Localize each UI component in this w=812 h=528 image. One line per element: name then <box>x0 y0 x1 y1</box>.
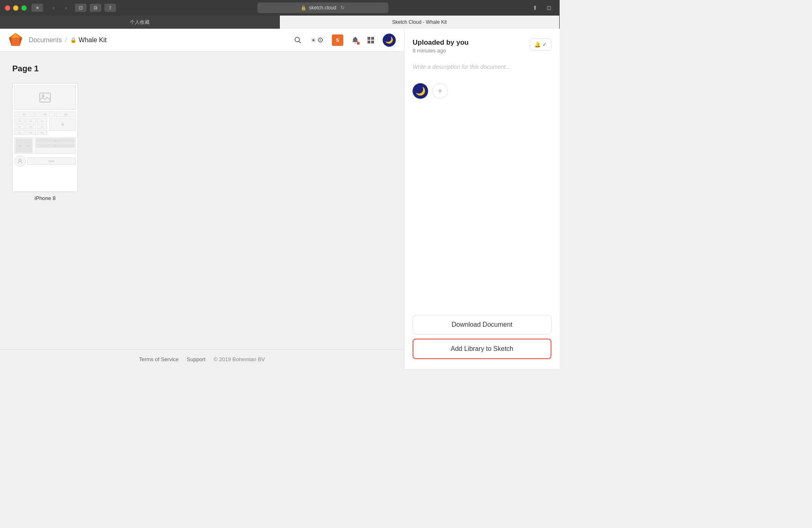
support-link[interactable]: Support <box>187 356 206 362</box>
svg-rect-8 <box>371 37 374 40</box>
settings-button[interactable]: ⚙ <box>310 36 324 45</box>
tab-bar: 个人收藏 Sketch Cloud - Whale Kit <box>0 16 560 29</box>
sidebar-spacer <box>413 105 551 315</box>
footer: Terms of Service Support © 2019 Bohemian… <box>0 349 404 369</box>
window-icon[interactable]: ⊡ <box>75 4 86 12</box>
breadcrumb-parent[interactable]: Documents <box>29 36 62 44</box>
lock-icon: 🔒 <box>301 5 306 11</box>
app-icon: S <box>332 34 343 46</box>
svg-marker-2 <box>9 38 11 46</box>
sidebar-toggle[interactable]: ⊡ <box>543 4 555 12</box>
list-item: 1.1 <box>36 139 75 143</box>
notification-button[interactable] <box>352 36 359 44</box>
breadcrumb-current: 🔒 Whale Kit <box>70 36 107 44</box>
uploaded-by: Uploaded by you <box>413 39 469 47</box>
svg-rect-10 <box>371 41 374 43</box>
svg-point-13 <box>19 159 21 162</box>
thumb-avatar <box>14 155 26 167</box>
fullscreen-button[interactable] <box>21 5 27 11</box>
artboard-container[interactable]: 1.1 1.2 1.3 1.1 1.2 1.3 2.1 2.2 2.3 <box>12 83 78 201</box>
collaborators: 🌙 + <box>413 83 551 99</box>
thumb-grid: 1.1 1.2 1.3 2.1 2.2 2.3 3.1 3.2 3.3 <box>14 118 47 135</box>
share-icon[interactable]: ⇧ <box>104 4 116 12</box>
close-button[interactable] <box>5 5 10 11</box>
copyright-text: © 2019 Bohemian BV <box>214 356 265 362</box>
reload-icon[interactable]: ↻ <box>340 5 345 11</box>
svg-marker-3 <box>20 38 22 46</box>
thumb-cell: 1.1 <box>14 112 34 117</box>
thumb-row-2: 1.1 1.2 1.3 2.1 2.2 2.3 3.1 3.2 3.3 ⊡ <box>14 118 76 136</box>
grid-cell: 3.1 <box>14 130 25 135</box>
main-wrapper: Documents / 🔒 Whale Kit <box>0 29 560 369</box>
grid-cell: 1.2 <box>25 118 36 123</box>
breadcrumb-separator: / <box>65 37 67 43</box>
page-title: Page 1 <box>12 64 392 73</box>
upload-info: Uploaded by you 8 minutes ago <box>413 39 469 54</box>
back-button[interactable]: ‹ <box>48 4 59 12</box>
svg-point-5 <box>295 37 299 42</box>
thumb-monitor: ⊡ <box>49 118 76 131</box>
bookmark-icon[interactable]: ★ <box>32 4 43 12</box>
title-bar-right: ⬆ ⊡ <box>529 4 555 12</box>
thumb-card: 1.1 1.2 <box>14 137 33 154</box>
forward-button[interactable]: › <box>60 4 72 12</box>
toolbar-icons: ★ ‹ › ⊡ ⧉ ⇧ <box>32 4 116 12</box>
artboard-thumb[interactable]: 1.1 1.2 1.3 1.1 1.2 1.3 2.1 2.2 2.3 <box>12 83 78 192</box>
thumb-cell: 1.2 <box>35 112 55 117</box>
sq-cell: 1.1 <box>16 139 24 152</box>
thumb-cell: 1.3 <box>56 112 76 117</box>
tab-sketch-cloud-label: Sketch Cloud - Whale Kit <box>392 19 447 25</box>
sidebar: Uploaded by you 8 minutes ago 🔔 ✓ Write … <box>404 29 560 369</box>
tab-sketch-cloud[interactable]: Sketch Cloud - Whale Kit <box>280 16 560 29</box>
svg-point-12 <box>42 95 44 97</box>
download-document-button[interactable]: Download Document <box>413 315 551 335</box>
thumb-row-1: 1.1 1.2 1.3 <box>14 112 76 117</box>
add-collaborator-button[interactable]: + <box>432 83 448 99</box>
description-placeholder[interactable]: Write a description for this document... <box>413 64 551 70</box>
sq-cell: 1.2 <box>24 139 32 152</box>
grid-cell: 2.2 <box>25 124 36 129</box>
thumb-list: 1.1 2.1 <box>35 137 76 154</box>
grid-cell: 3.2 <box>25 130 36 135</box>
notify-button[interactable]: 🔔 ✓ <box>530 39 551 50</box>
thumb-button: button <box>27 157 76 165</box>
content-area: Documents / 🔒 Whale Kit <box>0 29 404 369</box>
artboard-name: iPhone 8 <box>34 195 55 201</box>
plus-icon: + <box>438 86 442 96</box>
collaborator-avatar: 🌙 <box>413 83 428 99</box>
thumb-row-3: 1.1 1.2 1.1 2.1 <box>14 137 76 154</box>
app-header: Documents / 🔒 Whale Kit <box>0 29 404 52</box>
list-item: 2.1 <box>36 143 75 148</box>
search-button[interactable] <box>294 36 302 44</box>
share-button[interactable]: ⬆ <box>529 4 541 12</box>
grid-cell: 3.3 <box>37 130 47 135</box>
title-bar: ★ ‹ › ⊡ ⧉ ⇧ 🔒 sketch.cloud ↻ ⬆ ⊡ <box>0 0 560 16</box>
notification-dot <box>357 42 360 45</box>
svg-rect-11 <box>40 93 50 102</box>
page-content: Page 1 1.1 1.2 <box>0 52 404 349</box>
thumb-image <box>14 85 76 110</box>
grid-view-button[interactable] <box>367 36 374 44</box>
tab-icon[interactable]: ⧉ <box>90 4 101 12</box>
user-avatar[interactable]: 🌙 <box>383 34 396 47</box>
svg-rect-7 <box>367 37 370 40</box>
svg-rect-9 <box>367 41 370 43</box>
terms-link[interactable]: Terms of Service <box>139 356 179 362</box>
traffic-lights <box>5 5 27 11</box>
header-actions: ⚙ S <box>294 34 396 47</box>
lock-icon: 🔒 <box>70 37 77 43</box>
app-icon-button[interactable]: S <box>332 34 343 46</box>
avatar-icon: 🌙 <box>385 36 393 44</box>
minimize-button[interactable] <box>13 5 18 11</box>
check-icon: ✓ <box>542 41 547 48</box>
sketch-logo <box>8 32 23 48</box>
grid-cell: 2.3 <box>37 124 47 129</box>
sidebar-header: Uploaded by you 8 minutes ago 🔔 ✓ <box>413 39 551 54</box>
collab-moon-icon: 🌙 <box>415 86 426 96</box>
add-library-button[interactable]: Add Library to Sketch <box>413 339 551 359</box>
time-ago: 8 minutes ago <box>413 48 469 54</box>
address-bar[interactable]: 🔒 sketch.cloud ↻ <box>257 2 388 13</box>
grid-cell: 1.3 <box>37 118 47 123</box>
tab-personal-label: 个人收藏 <box>130 19 150 26</box>
tab-personal[interactable]: 个人收藏 <box>0 16 280 29</box>
